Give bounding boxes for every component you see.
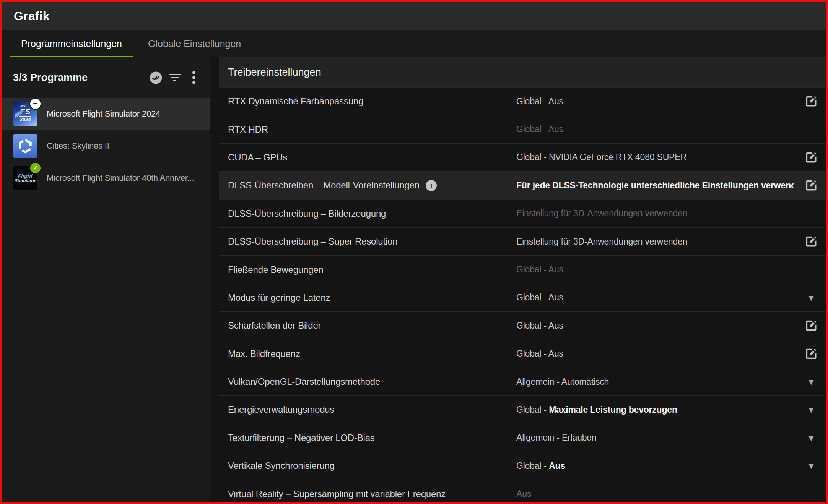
setting-value: Einstellung für 3D-Anwendungen verwenden [516, 237, 794, 247]
setting-value: Global - Aus [516, 321, 794, 331]
chevron-down-icon[interactable]: ▾ [808, 433, 813, 443]
setting-action: ▾ [800, 424, 823, 452]
edit-icon[interactable] [804, 94, 819, 109]
tab-label: Programmeinstellungen [21, 38, 122, 49]
sidebar-header: 3/3 Programme [2, 57, 210, 98]
setting-value: Global - Aus [516, 461, 794, 471]
setting-action [800, 480, 823, 502]
driver-setting-row[interactable]: Virtual Reality – Supersampling mit vari… [219, 480, 826, 502]
setting-value: Global - Aus [516, 264, 794, 275]
edit-icon[interactable] [804, 346, 819, 361]
setting-action [800, 88, 823, 115]
program-name: Microsoft Flight Simulator 40th Anniver.… [47, 173, 194, 183]
program-status-badge-icon: ✓ [30, 163, 41, 173]
driver-setting-row[interactable]: Texturfilterung – Negativer LOD-Bias All… [219, 424, 826, 452]
chevron-down-icon[interactable]: ▾ [808, 293, 813, 303]
setting-action: ▾ [800, 284, 823, 311]
program-list-item[interactable]: FlightSimulator ✓ Microsoft Flight Simul… [2, 162, 210, 194]
settings-list: RTX Dynamische Farbanpassung Global - Au… [219, 87, 826, 502]
driver-setting-row[interactable]: Scharfstellen der Bilder Global - Aus [219, 311, 826, 339]
setting-value: Allgemein - Automatisch [516, 377, 794, 387]
setting-value: Global - Aus [516, 96, 794, 107]
tab-globale-einstellungen[interactable]: Globale Einstellungen [137, 30, 252, 57]
setting-label: CUDA – GPUs [228, 152, 287, 163]
tab-strip: Programmeinstellungen Globale Einstellun… [2, 30, 826, 57]
edit-icon[interactable] [804, 318, 819, 333]
setting-action: ▾ [800, 368, 823, 395]
driver-setting-row[interactable]: DLSS-Überschreiben – Modell-Voreinstellu… [219, 171, 826, 199]
setting-action [800, 172, 823, 199]
title-bar: Grafik [2, 2, 826, 30]
setting-value: Global - Aus [516, 124, 794, 135]
tab-label: Globale Einstellungen [148, 38, 241, 49]
driver-setting-row[interactable]: DLSS-Überschreibung – Bilderzeugung Eins… [219, 199, 826, 227]
tab-programmeinstellungen[interactable]: Programmeinstellungen [10, 30, 133, 57]
setting-label: DLSS-Überschreibung – Super Resolution [228, 236, 397, 247]
app-window: Grafik Programmeinstellungen Globale Ein… [0, 0, 828, 504]
setting-value: Global - Aus [516, 348, 794, 359]
setting-action [800, 115, 823, 143]
info-icon[interactable]: i [426, 180, 437, 191]
driver-setting-row[interactable]: Modus für geringe Latenz Global - Aus ▾ [219, 284, 826, 311]
setting-action [800, 340, 823, 368]
setting-action: ▾ [800, 396, 823, 423]
setting-value: Einstellung für 3D-Anwendungen verwenden [516, 208, 794, 219]
setting-label: Texturfilterung – Negativer LOD-Bias [228, 433, 375, 443]
setting-value: Global - Maximale Leistung bevorzugen [516, 405, 794, 415]
setting-label: Scharfstellen der Bilder [228, 320, 321, 331]
setting-action [800, 144, 823, 171]
driver-setting-row[interactable]: Vulkan/OpenGL-Darstellungsmethode Allgem… [219, 368, 826, 395]
setting-label: RTX Dynamische Farbanpassung [228, 96, 363, 107]
setting-label: Energieverwaltungsmodus [228, 404, 334, 415]
setting-action: ▾ [800, 452, 823, 480]
chevron-down-icon[interactable]: ▾ [808, 377, 813, 387]
driver-setting-row[interactable]: Vertikale Synchronisierung Global - Aus … [219, 452, 826, 480]
driver-setting-row[interactable]: CUDA – GPUs Global - NVIDIA GeForce RTX … [219, 143, 826, 171]
program-list: MSFS2024 − Microsoft Flight Simulator 20… [2, 98, 210, 502]
setting-label: Modus für geringe Latenz [228, 292, 330, 303]
setting-label: Max. Bildfrequenz [228, 348, 300, 359]
section-title: Treibereinstellungen [228, 66, 321, 78]
setting-action [800, 228, 823, 255]
program-list-item[interactable]: Cities: Skylines II [2, 130, 210, 162]
driver-setting-row[interactable]: RTX HDR Global - Aus [219, 115, 826, 143]
setting-action [800, 200, 823, 227]
edit-icon[interactable] [804, 150, 819, 165]
program-tile-wrap [13, 134, 37, 158]
setting-value: Aus [516, 489, 794, 499]
setting-label: DLSS-Überschreibung – Bilderzeugung [228, 208, 386, 219]
driver-settings-header: Treibereinstellungen [219, 57, 826, 87]
setting-value: Allgemein - Erlauben [516, 433, 794, 443]
page-title: Grafik [14, 9, 50, 23]
chevron-down-icon[interactable]: ▾ [808, 405, 813, 415]
program-tile-art [13, 134, 37, 158]
setting-action [800, 256, 823, 283]
setting-label: Vulkan/OpenGL-Darstellungsmethode [228, 376, 380, 387]
program-status-badge-icon: − [30, 99, 41, 109]
program-count-label: 3/3 Programme [13, 72, 146, 84]
setting-value: Für jede DLSS-Technologie unterschiedlic… [516, 180, 794, 191]
driver-setting-row[interactable]: DLSS-Überschreibung – Super Resolution E… [219, 227, 826, 255]
filter-icon[interactable] [165, 69, 184, 86]
driver-setting-row[interactable]: RTX Dynamische Farbanpassung Global - Au… [219, 87, 826, 115]
setting-label: Fließende Bewegungen [228, 264, 324, 275]
done-all-icon[interactable] [146, 69, 165, 86]
setting-label: Virtual Reality – Supersampling mit vari… [228, 489, 446, 499]
program-name: Microsoft Flight Simulator 2024 [47, 109, 160, 119]
program-name: Cities: Skylines II [47, 141, 109, 151]
setting-value: Global - Aus [516, 292, 794, 303]
edit-icon[interactable] [804, 234, 819, 249]
driver-setting-row[interactable]: Max. Bildfrequenz Global - Aus [219, 340, 826, 368]
driver-setting-row[interactable]: Fließende Bewegungen Global - Aus [219, 255, 826, 283]
program-tile-wrap: MSFS2024 − [13, 102, 37, 126]
driver-setting-row[interactable]: Energieverwaltungsmodus Global - Maximal… [219, 395, 826, 423]
program-list-item[interactable]: MSFS2024 − Microsoft Flight Simulator 20… [2, 98, 210, 130]
main-content: Treibereinstellungen RTX Dynamische Farb… [210, 57, 826, 502]
program-sidebar: 3/3 Programme [2, 57, 210, 502]
setting-label: DLSS-Überschreiben – Modell-Voreinstellu… [228, 180, 420, 191]
chevron-down-icon[interactable]: ▾ [808, 461, 813, 471]
setting-action [800, 312, 823, 339]
edit-icon[interactable] [804, 178, 819, 193]
setting-label: RTX HDR [228, 124, 268, 135]
kebab-menu-icon[interactable] [184, 69, 203, 86]
